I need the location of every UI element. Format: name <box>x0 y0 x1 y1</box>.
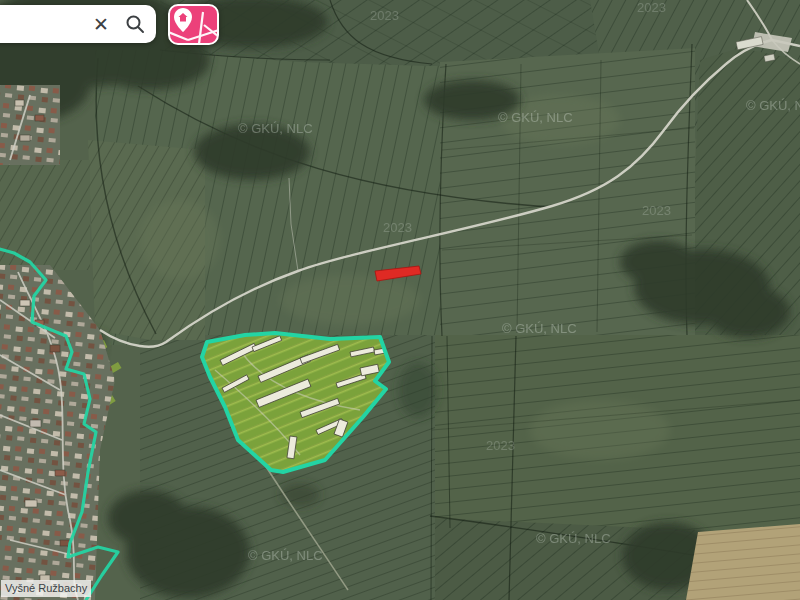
bare-soil-field <box>686 524 800 600</box>
watermark-year: 2023 <box>383 220 412 235</box>
search-button[interactable] <box>118 7 152 41</box>
watermark-text: © GKÚ, NLC <box>248 548 323 563</box>
map-pin-icon <box>170 6 217 43</box>
watermark-year: 2023 <box>486 438 515 453</box>
watermark-year: 2023 <box>370 8 399 23</box>
search-icon <box>124 13 146 35</box>
clear-search-button[interactable]: ✕ <box>84 7 118 41</box>
watermark-text: © GKÚ, NLC <box>536 531 611 546</box>
watermark-text: © GKÚ, NLC <box>746 98 800 113</box>
search-bar[interactable]: ✕ <box>0 5 156 43</box>
watermark-year: 2023 <box>642 203 671 218</box>
watermark-year: 2023 <box>637 0 666 15</box>
watermark-text: © GKÚ, NLC <box>502 321 577 336</box>
map-style-toggle-button[interactable] <box>168 4 219 45</box>
watermark-text: © GKÚ, NLC <box>238 121 313 136</box>
watermark-text: © GKÚ, NLC <box>498 110 573 125</box>
search-input[interactable] <box>0 15 84 34</box>
map-canvas[interactable]: © GKÚ, NLC © GKÚ, NLC © GKÚ, NLC © GKÚ, … <box>0 0 800 600</box>
place-label: Vyšné Ružbachy <box>1 580 91 597</box>
close-icon: ✕ <box>93 13 109 36</box>
